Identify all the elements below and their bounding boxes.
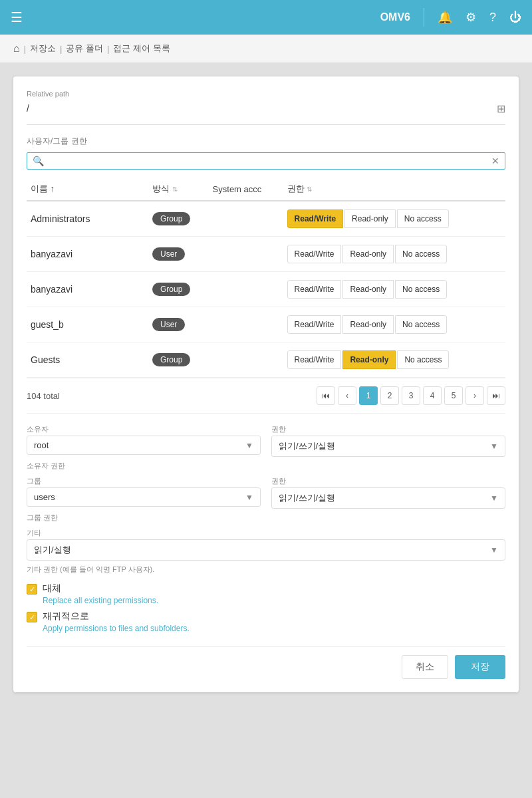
group-label: 그룹: [27, 476, 261, 486]
page-first-btn[interactable]: ⏮: [317, 386, 335, 405]
other-dropdown[interactable]: 읽기/실행 ▼: [27, 539, 505, 561]
perm-button-group: Read/WriteRead-onlyNo access: [287, 245, 501, 263]
row-type: User: [148, 307, 209, 342]
user-group-label: 사용자/그룹 권한: [27, 136, 505, 147]
page-prev-btn[interactable]: ‹: [338, 386, 356, 405]
page-1-btn[interactable]: 1: [359, 386, 378, 405]
breadcrumb-sep-1: |: [24, 44, 26, 54]
breadcrumb-sep-3: |: [107, 44, 109, 54]
other-label: 기타: [27, 528, 505, 538]
breadcrumb-item-acl[interactable]: 접근 제어 목록: [113, 43, 170, 55]
perm-btn-read-write[interactable]: Read/Write: [287, 245, 342, 263]
type-badge: Group: [152, 283, 190, 296]
table-row: banyazaviUserRead/WriteRead-onlyNo acces…: [27, 237, 505, 272]
topnav-right: OMV6 🔔 ⚙ ? ⏻: [380, 8, 521, 27]
other-perm-small-label: 기타 권한 (예를 들어 익명 FTP 사용자).: [27, 565, 505, 575]
checkbox-recursive-main: 재귀적으로: [43, 610, 190, 622]
row-system: [209, 342, 283, 378]
perm-btn-read-only[interactable]: Read-only: [342, 245, 394, 263]
page-5-btn[interactable]: 5: [444, 386, 463, 405]
search-input[interactable]: [48, 156, 491, 166]
row-type: Group: [148, 342, 209, 378]
group-dropdown-arrow: ▼: [245, 493, 253, 502]
gear-icon[interactable]: ⚙: [466, 10, 476, 25]
row-system: [209, 307, 283, 342]
save-button[interactable]: 저장: [455, 655, 505, 679]
perm-btn-no-access[interactable]: No access: [395, 280, 447, 299]
col-perm: 권한 ⇅: [283, 178, 505, 201]
perm-btn-no-access[interactable]: No access: [397, 209, 449, 228]
row-perm: Read/WriteRead-onlyNo access: [283, 342, 505, 378]
checkbox-recursive-sub: Apply permissions to files and subfolder…: [43, 624, 190, 633]
checkmark-replace: ✓: [29, 585, 35, 594]
page-next-btn[interactable]: ›: [466, 386, 484, 405]
row-perm: Read/WriteRead-onlyNo access: [283, 307, 505, 342]
clear-search-icon[interactable]: ✕: [491, 156, 499, 166]
col-type: 방식 ⇅: [148, 178, 209, 201]
owner-dropdown[interactable]: root ▼: [27, 436, 261, 455]
brand-label: OMV6: [380, 11, 410, 23]
checkbox-recursive: ✓ 재귀적으로 Apply permissions to files and s…: [27, 610, 505, 633]
path-tree-icon[interactable]: ⊞: [497, 102, 505, 115]
group-perm-small-label: 그룹 권한: [27, 513, 505, 523]
perm-btn-read-only[interactable]: Read-only: [342, 315, 394, 334]
perm-btn-read-write[interactable]: Read/Write: [287, 209, 343, 228]
home-icon[interactable]: ⌂: [13, 43, 20, 55]
hamburger-icon[interactable]: ☰: [11, 9, 23, 25]
type-badge: User: [152, 247, 185, 261]
checkbox-replace-main: 대체: [43, 583, 158, 595]
row-type: User: [148, 237, 209, 272]
breadcrumb-item-storage[interactable]: 저장소: [30, 43, 56, 55]
perm-btn-no-access[interactable]: No access: [395, 315, 447, 334]
perm-btn-no-access[interactable]: No access: [397, 350, 449, 369]
page-3-btn[interactable]: 3: [402, 386, 420, 405]
main-card: Relative path / ⊞ 사용자/그룹 권한 🔍 ✕ 이름 ↑ 방식: [13, 76, 519, 692]
page-last-btn[interactable]: ⏭: [487, 386, 505, 405]
col-system: System accc: [209, 178, 283, 201]
group-dropdown[interactable]: users ▼: [27, 487, 261, 507]
question-icon[interactable]: ?: [489, 11, 496, 25]
checkbox-recursive-box[interactable]: ✓: [27, 612, 37, 622]
table-row: banyazaviGroupRead/WriteRead-onlyNo acce…: [27, 272, 505, 307]
page-total: 104 total: [27, 391, 317, 401]
relative-path-value: /: [27, 100, 497, 116]
search-icon: 🔍: [33, 156, 44, 166]
perm-btn-read-write[interactable]: Read/Write: [287, 315, 342, 334]
owner-row: 소유자 root ▼ 권한 읽기/쓰기/실행 ▼: [27, 424, 505, 457]
perm-button-group: Read/WriteRead-onlyNo access: [287, 350, 501, 369]
owner-perm-label: 권한: [271, 424, 505, 434]
relative-path-section: Relative path / ⊞: [27, 90, 505, 125]
checkbox-replace-box[interactable]: ✓: [27, 584, 37, 595]
nav-divider: [424, 8, 424, 27]
breadcrumb-item-shared[interactable]: 공유 폴더: [66, 43, 103, 55]
power-icon[interactable]: ⏻: [509, 11, 521, 25]
group-perm-dropdown[interactable]: 읽기/쓰기/실행 ▼: [271, 487, 505, 509]
page-2-btn[interactable]: 2: [380, 386, 399, 405]
owner-perm-dropdown[interactable]: 읽기/쓰기/실행 ▼: [271, 436, 505, 457]
perm-btn-read-write[interactable]: Read/Write: [287, 280, 342, 299]
page-4-btn[interactable]: 4: [423, 386, 442, 405]
topnav: ☰ OMV6 🔔 ⚙ ? ⏻: [0, 0, 532, 35]
perm-btn-no-access[interactable]: No access: [395, 245, 447, 263]
table-header-row: 이름 ↑ 방식 ⇅ System accc 권한 ⇅: [27, 178, 505, 201]
owner-value: root: [34, 440, 245, 450]
breadcrumb: ⌂ | 저장소 | 공유 폴더 | 접근 제어 목록: [0, 35, 532, 63]
perm-button-group: Read/WriteRead-onlyNo access: [287, 209, 501, 228]
owner-perm-value: 읽기/쓰기/실행: [279, 440, 490, 452]
other-row: 기타 읽기/실행 ▼ 기타 권한 (예를 들어 익명 FTP 사용자).: [27, 528, 505, 575]
row-type: Group: [148, 201, 209, 237]
owner-perm-arrow: ▼: [490, 442, 498, 451]
other-dropdown-arrow: ▼: [490, 545, 498, 555]
bell-icon[interactable]: 🔔: [438, 10, 452, 25]
perm-btn-read-only[interactable]: Read-only: [342, 280, 394, 299]
relative-path-label: Relative path: [27, 90, 505, 98]
perm-btn-read-only[interactable]: Read-only: [342, 350, 396, 369]
checkbox-section: ✓ 대체 Replace all existing permissions. ✓…: [27, 583, 505, 633]
checkbox-replace-sub: Replace all existing permissions.: [43, 596, 158, 605]
checkbox-replace-text: 대체 Replace all existing permissions.: [43, 583, 158, 605]
other-value: 읽기/실행: [34, 544, 490, 556]
perm-btn-read-write[interactable]: Read/Write: [287, 350, 342, 369]
row-name: Guests: [27, 342, 148, 378]
perm-btn-read-only[interactable]: Read-only: [344, 209, 396, 228]
cancel-button[interactable]: 취소: [402, 655, 448, 679]
